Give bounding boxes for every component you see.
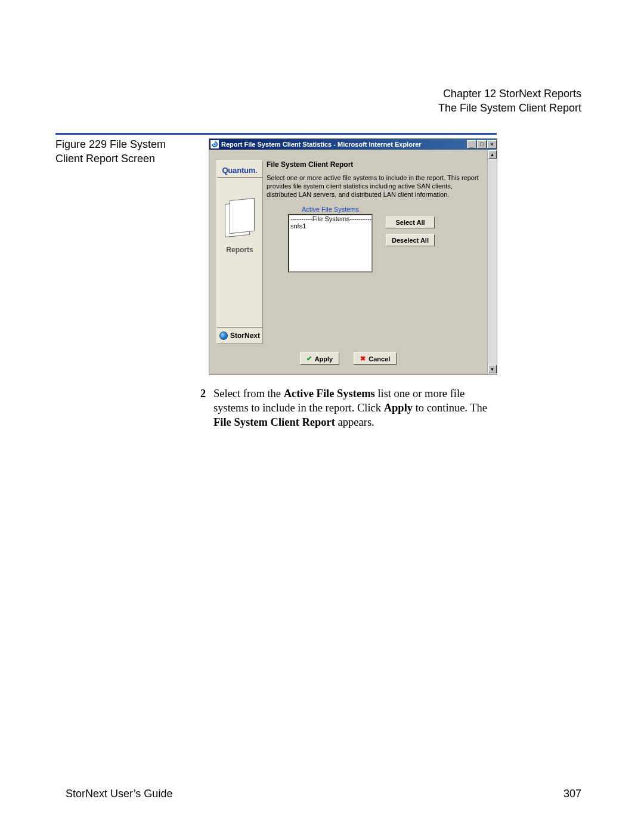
scroll-up-button[interactable]: ▲	[488, 150, 497, 159]
apply-button[interactable]: ✔ Apply	[300, 352, 340, 365]
vertical-scrollbar[interactable]: ▲ ▼	[487, 150, 497, 374]
ie-icon	[210, 140, 219, 148]
reports-icon	[224, 199, 256, 241]
reports-label: Reports	[217, 246, 262, 254]
product-label: StorNext	[230, 332, 260, 340]
window-controls: _ □ ×	[466, 140, 497, 148]
client-area: ▲ ▼ Quantum. Reports StorNext File Sy	[209, 150, 497, 374]
rule-line	[55, 133, 497, 135]
page-number: 307	[564, 788, 581, 800]
maximize-button[interactable]: □	[477, 140, 487, 148]
cancel-button[interactable]: ✖ Cancel	[354, 352, 397, 365]
app-window: Report File System Client Statistics - M…	[209, 138, 497, 375]
panel-description: Select one or more active file systems t…	[267, 174, 480, 199]
chapter-line: Chapter 12 StorNext Reports	[438, 86, 581, 101]
page: Chapter 12 StorNext Reports The File Sys…	[0, 0, 644, 833]
minimize-button[interactable]: _	[467, 140, 476, 148]
list-caption: Active File Systems	[288, 206, 373, 213]
header-subtitle: The File System Client Report	[438, 101, 581, 115]
step-paragraph: Select from the Active File Systems list…	[213, 386, 499, 429]
window-title: Report File System Client Statistics - M…	[221, 141, 466, 148]
selection-buttons: Select All Deselect All	[386, 216, 435, 246]
globe-icon	[219, 332, 228, 340]
select-all-button[interactable]: Select All	[386, 216, 435, 228]
list-area: Active File Systems ----------File Syste…	[267, 206, 480, 272]
list-header: ----------File Systems----------	[289, 215, 371, 222]
file-systems-listbox[interactable]: ----------File Systems---------- snfs1	[288, 214, 373, 272]
scroll-down-button[interactable]: ▼	[488, 365, 497, 373]
svg-point-0	[213, 143, 216, 145]
close-button[interactable]: ×	[487, 140, 497, 148]
footer-guide: StorNext User’s Guide	[66, 788, 172, 800]
check-icon: ✔	[306, 355, 312, 363]
product-brand: StorNext	[217, 327, 262, 340]
cancel-label: Cancel	[369, 355, 390, 363]
sidebar: Quantum. Reports StorNext	[216, 160, 263, 344]
apply-label: Apply	[315, 355, 333, 363]
brand-logo: Quantum.	[217, 161, 262, 178]
dialog-buttons: ✔ Apply ✖ Cancel	[213, 352, 484, 365]
x-icon: ✖	[360, 355, 366, 363]
content-frame: Quantum. Reports StorNext File System Cl…	[213, 153, 484, 371]
step-number: 2	[200, 386, 206, 401]
panel-title: File System Client Report	[267, 160, 480, 169]
deselect-all-button[interactable]: Deselect All	[386, 234, 435, 246]
figure-caption: Figure 229 File System Client Report Scr…	[55, 137, 193, 166]
main-panel: File System Client Report Select one or …	[267, 160, 480, 344]
step-text: 2 Select from the Active File Systems li…	[200, 386, 499, 429]
page-header: Chapter 12 StorNext Reports The File Sys…	[438, 86, 581, 115]
list-item[interactable]: snfs1	[289, 222, 371, 230]
titlebar[interactable]: Report File System Client Statistics - M…	[209, 139, 497, 150]
